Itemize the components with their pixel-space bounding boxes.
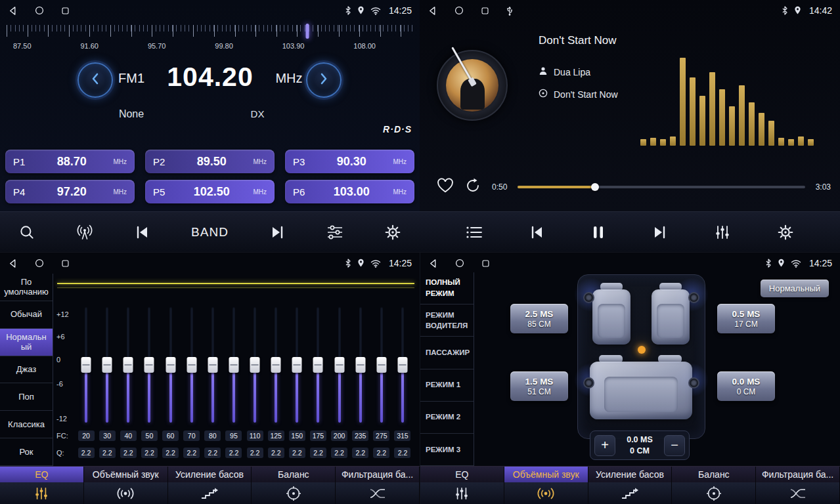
pause-icon[interactable] (592, 224, 605, 240)
eq-preset-item[interactable]: Нормальный (0, 329, 53, 356)
audio-tab[interactable]: Усиление басов (168, 467, 252, 482)
audio-tab[interactable]: EQ (420, 467, 504, 482)
audio-tab[interactable]: Фильтрация ба... (756, 467, 840, 482)
eq-sliders-icon[interactable] (326, 224, 344, 240)
slider-handle[interactable] (81, 357, 91, 373)
eq-band-slider[interactable] (329, 307, 350, 423)
eq-band-slider[interactable] (265, 307, 286, 423)
audio-tab[interactable]: Фильтрация ба... (336, 467, 420, 482)
repeat-icon[interactable] (464, 178, 481, 196)
eq-band-slider[interactable] (307, 307, 328, 423)
tab-icon-balance[interactable] (672, 482, 756, 504)
front-right-delay-button[interactable]: 0.5 MS 17 CM (717, 304, 775, 333)
preset-button[interactable]: P3 90.30 MHz (285, 150, 414, 173)
gear-icon[interactable] (777, 224, 794, 241)
eq-band-slider[interactable] (392, 307, 413, 423)
eq-band-slider[interactable] (350, 307, 371, 423)
tab-icon-surround[interactable] (504, 482, 588, 504)
decrease-delay-button[interactable]: − (664, 435, 685, 456)
slider-handle[interactable] (187, 357, 196, 373)
slider-handle[interactable] (397, 357, 407, 373)
preset-button[interactable]: P2 89.50 MHz (145, 150, 275, 173)
slider-handle[interactable] (334, 357, 344, 373)
favorite-heart-icon[interactable] (437, 178, 454, 196)
surround-mode-item[interactable]: РЕЖИМ 3 (420, 434, 474, 466)
surround-mode-item[interactable]: РЕЖИМ 2 (420, 402, 474, 434)
back-icon[interactable] (8, 6, 18, 16)
audio-tab[interactable]: Баланс (672, 467, 756, 482)
tab-icon-eq[interactable] (420, 482, 504, 504)
tab-icon-filter[interactable] (756, 482, 840, 504)
eq-preset-item[interactable]: Рок (0, 438, 53, 466)
audio-tab[interactable]: Баланс (252, 467, 336, 482)
recents-square-icon[interactable] (61, 259, 70, 268)
preset-button[interactable]: P4 97.20 MHz (5, 180, 135, 203)
search-icon[interactable] (18, 224, 35, 241)
increase-delay-button[interactable]: + (594, 435, 615, 456)
slider-handle[interactable] (144, 357, 154, 373)
seek-up-button[interactable] (306, 62, 342, 98)
eq-band-slider[interactable] (371, 307, 392, 423)
rear-left-delay-button[interactable]: 1.5 MS 51 CM (510, 371, 568, 401)
gear-icon[interactable] (384, 224, 401, 241)
eq-band-slider[interactable] (181, 307, 202, 423)
tab-icon-bass-boost[interactable] (168, 482, 252, 504)
next-track-icon[interactable] (651, 225, 668, 240)
tuning-indicator[interactable] (306, 24, 309, 39)
home-circle-icon[interactable] (35, 6, 44, 15)
audio-tab[interactable]: Объёмный звук (504, 467, 588, 482)
eq-band-slider[interactable] (97, 307, 118, 423)
preset-button[interactable]: P5 102.50 MHz (145, 180, 275, 203)
audio-tab[interactable]: Объёмный звук (84, 467, 168, 482)
back-icon[interactable] (428, 259, 438, 268)
slider-handle[interactable] (229, 357, 238, 373)
tab-icon-eq[interactable] (0, 482, 84, 504)
eq-preset-item[interactable]: Обычай (0, 301, 53, 329)
surround-mode-item[interactable]: РЕЖИМ 1 (420, 369, 474, 402)
slider-handle[interactable] (208, 357, 217, 373)
surround-mode-item[interactable]: РЕЖИМ ВОДИТЕЛЯ (420, 304, 474, 337)
eq-preset-item[interactable]: По умолчанию (0, 274, 53, 301)
tab-icon-filter[interactable] (336, 482, 420, 504)
eq-band-slider[interactable] (160, 307, 181, 423)
eq-band-slider[interactable] (286, 307, 307, 423)
slider-handle[interactable] (102, 357, 112, 373)
eq-preset-item[interactable]: Классика (0, 411, 53, 438)
rear-right-delay-button[interactable]: 0.0 MS 0 CM (717, 371, 775, 401)
tab-icon-bass-boost[interactable] (588, 482, 673, 504)
slider-handle[interactable] (313, 357, 323, 373)
preset-button[interactable]: P1 88.70 MHz (5, 150, 135, 173)
seek-down-button[interactable] (77, 62, 113, 98)
listening-position-dot[interactable] (638, 346, 646, 354)
eq-preset-item[interactable]: Поп (0, 383, 53, 411)
surround-mode-item[interactable]: ПАССАЖИР (420, 337, 474, 369)
slider-handle[interactable] (123, 357, 133, 373)
broadcast-icon[interactable] (76, 224, 94, 241)
back-icon[interactable] (428, 6, 437, 16)
recents-square-icon[interactable] (61, 7, 70, 15)
back-icon[interactable] (8, 259, 18, 268)
tab-icon-surround[interactable] (84, 482, 168, 504)
eq-band-slider[interactable] (244, 307, 265, 423)
front-left-delay-button[interactable]: 2.5 MS 85 CM (510, 304, 568, 333)
eq-band-slider[interactable] (202, 307, 223, 423)
home-circle-icon[interactable] (35, 259, 44, 268)
slider-handle[interactable] (271, 357, 281, 373)
slider-handle[interactable] (166, 357, 175, 373)
audio-tab[interactable]: EQ (0, 467, 84, 482)
slider-handle[interactable] (250, 357, 260, 373)
eq-band-slider[interactable] (223, 307, 244, 423)
progress-knob[interactable] (591, 183, 599, 191)
preset-button[interactable]: P6 103.00 MHz (285, 180, 414, 203)
previous-track-icon[interactable] (529, 225, 546, 240)
eq-band-slider[interactable] (139, 307, 160, 423)
slider-handle[interactable] (355, 357, 365, 373)
surround-mode-item[interactable]: ПОЛНЫЙ РЕЖИМ (420, 272, 474, 304)
mixer-faders-icon[interactable] (714, 224, 731, 240)
eq-band-slider[interactable] (118, 307, 139, 423)
playlist-icon[interactable] (466, 225, 483, 240)
slider-handle[interactable] (376, 357, 386, 373)
recents-square-icon[interactable] (481, 7, 489, 15)
home-circle-icon[interactable] (455, 259, 464, 268)
band-button[interactable]: BAND (191, 225, 229, 240)
